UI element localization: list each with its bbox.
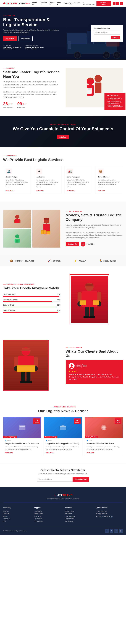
numbers-section: Numbers Speak For Themselves Take Your G… <box>0 266 126 332</box>
footer-link-warehouse[interactable]: Warehousing <box>65 520 73 522</box>
footer-desc: Lorem ipsum dolor sit amet, consectetur … <box>3 498 123 500</box>
svg-point-25 <box>15 215 19 219</box>
progress-bar-service <box>3 312 60 313</box>
twitter-icon[interactable]: t <box>116 2 119 5</box>
footer-link-help[interactable]: Help Center <box>34 510 42 512</box>
testimonial-card: Natalia Fiona Marketing Director ★★★★★ P… <box>66 360 123 384</box>
partner-fuzzo[interactable]: ⚡ FUZZO <box>74 259 86 262</box>
partner-primar-icon: 📦 <box>10 259 13 262</box>
contact-us-button[interactable]: Contact Us <box>66 242 79 246</box>
news-excerpt-2: Lorem ipsum dolor sit amet, consectetur … <box>46 446 80 450</box>
footer-link-community[interactable]: Community <box>34 516 42 517</box>
partner-fuzzo-name: FUZZO <box>78 260 86 262</box>
testimonial-avatar: Natalia Fiona Marketing Director <box>69 363 120 369</box>
linkedin-icon[interactable]: in <box>120 2 123 5</box>
numbers-left: Numbers Speak For Themselves Take Your G… <box>3 284 60 315</box>
join-now-button[interactable]: Join Now <box>57 135 69 139</box>
progress-service: Years Of Service 96% <box>3 310 60 313</box>
cargo-storage-link[interactable]: Read more <box>98 190 120 191</box>
newsletter-hero-input[interactable] <box>94 31 120 34</box>
footer-facebook-icon[interactable]: f <box>105 529 109 533</box>
partner-fastcourier-icon: 🏃 <box>99 259 102 262</box>
hero-title: Best Transportation & Logistic Service <box>3 17 64 27</box>
footer: ✈ JETTRANS Lorem ipsum dolor sit amet, c… <box>0 487 126 535</box>
about-left: About Us Safe and Faster Logistic Servic… <box>3 68 60 108</box>
nav-phone: 📞 +1 804 344 0 334 <box>69 2 81 5</box>
service-cargo-storage: 📦 Cargo Storage Lorem ipsum dolor sit am… <box>95 166 123 194</box>
about-right: Our Core Value Following the quality of … <box>66 68 123 108</box>
footer-link-legal[interactable]: Legal Notice <box>34 518 42 520</box>
testimonials-right: Clients Review Whats Our Clients Said Ab… <box>66 347 123 384</box>
news-link-2[interactable]: Read more <box>46 452 80 453</box>
cargo-storage-desc: Lorem ipsum dolor sit amet, consectetur … <box>98 179 120 188</box>
news-card-1: Improving Things 24 January 👤 Admin Colg… <box>3 417 41 455</box>
footer-link-land[interactable]: Land Transport <box>65 516 75 517</box>
footer-link-contact[interactable]: Contact Us <box>3 518 10 520</box>
newsletter-strip: Subscribe To Jetrans Newsletter Subscrib… <box>0 463 126 487</box>
footer-linkedin-icon[interactable]: in <box>114 529 118 533</box>
partners-bar: 📦 PRIMAR FREIGHT 🚀 Fastbox ⚡ FUZZO 🏃 Fas… <box>0 256 126 266</box>
partner-fastbox[interactable]: 🚀 Fastbox <box>47 259 61 262</box>
learn-more-button[interactable]: Learn More <box>19 36 33 41</box>
hero-info-bar: Location 82 Elumore, Yak Dishmore 9th Jo… <box>3 45 64 50</box>
nav-services[interactable]: Services ▾ <box>41 2 47 5</box>
footer-youtube-icon[interactable]: ▶ <box>119 529 123 533</box>
footer-link-air[interactable]: Air Freight <box>65 513 72 514</box>
footer-link-safety[interactable]: Safety Center <box>34 513 43 514</box>
news-link-3[interactable]: Read more <box>87 452 121 453</box>
core-value-item-1: Following the quality of our service. <box>106 98 123 100</box>
play-video-button[interactable]: ▶ Play Video <box>81 242 94 246</box>
svg-point-29 <box>15 234 19 238</box>
news-link-1[interactable]: Read more <box>5 452 39 453</box>
news-excerpt-1: Lorem ipsum dolor sit amet, consectetur … <box>5 446 39 450</box>
nav-home[interactable]: Home <box>26 2 30 4</box>
svg-rect-54 <box>85 307 89 318</box>
nav-about[interactable]: About Us <box>32 2 38 5</box>
footer-logo: ✈ JETTRANS <box>3 494 123 497</box>
footer-link-ocean[interactable]: Ocean Freight <box>65 510 74 512</box>
news-author-icon-2: 👤 Admin <box>46 440 52 442</box>
partner-primar[interactable]: 📦 PRIMAR FREIGHT <box>10 259 34 262</box>
hero-buttons: Get Started Learn More <box>3 36 64 41</box>
footer-link-cargo[interactable]: Cargo Storage <box>65 518 74 520</box>
footer-link-careers[interactable]: Careers <box>3 516 8 517</box>
logo[interactable]: ✈ JETRANSTRANS <box>3 2 26 5</box>
news-date-3: 24 January <box>114 418 121 424</box>
nav-blog[interactable]: Blog ▾ <box>57 2 61 5</box>
svg-point-73 <box>71 364 73 366</box>
get-quote-button[interactable]: Get A Free Quote <box>96 1 111 6</box>
newsletter-input[interactable] <box>37 477 73 482</box>
numbers-title: Take Your Goods Anywhere Safely <box>3 286 60 290</box>
nav-email: ✉ hello@jetway.com <box>83 2 95 5</box>
footer-twitter-icon[interactable]: t <box>110 529 113 533</box>
air-freight-link[interactable]: Read more <box>37 190 59 191</box>
newsletter-hero-btn[interactable]: Sign Up <box>111 36 120 39</box>
land-transport-link[interactable]: Read more <box>67 190 89 191</box>
hero-content: Since 1995 Best Transportation & Logisti… <box>3 14 64 50</box>
stat-experience: 26+ ✓ Years Experience <box>3 101 13 108</box>
facebook-icon[interactable]: f <box>113 2 115 5</box>
footer-link-privacy[interactable]: Privacy Policy <box>34 520 43 522</box>
land-transport-title: Land Transport <box>67 176 89 178</box>
newsletter-form: Subscribe Now! <box>37 477 89 482</box>
footer-copyright: © 2023 Jetrans. All Rights Reserved. <box>3 530 27 532</box>
footer-link-faq[interactable]: FAQ <box>3 520 6 522</box>
newsletter-subscribe-button[interactable]: Subscribe Now! <box>73 477 89 482</box>
footer-col-contact-info: +1 804 344 0 334 hello@jetway.com 82 Elu… <box>96 510 123 517</box>
svg-rect-34 <box>44 218 49 220</box>
ocean-freight-link[interactable]: Read more <box>6 190 28 191</box>
numbers-frame <box>70 274 109 324</box>
partner-fastcourier[interactable]: 🏃 FastCourier <box>99 259 116 262</box>
svg-rect-71 <box>20 381 26 383</box>
nav-contact[interactable]: Contact <box>64 2 70 4</box>
nav-pages[interactable]: Pages ▾ <box>50 2 55 5</box>
air-freight-title: Air Freight <box>37 176 59 178</box>
svg-rect-56 <box>83 316 89 318</box>
footer-link-about[interactable]: About Us <box>3 510 9 512</box>
newsletter-desc: Subscribe to our latest newsletter to ge… <box>3 473 123 474</box>
hero-hours: Opening Hours Mon–Sat: 10.00am–7.00pm Sa… <box>25 45 44 50</box>
footer-link-team[interactable]: Our Team <box>3 513 10 514</box>
partner-fastcourier-name: FastCourier <box>103 260 116 262</box>
hero-section: Since 1995 Best Transportation & Logisti… <box>0 7 126 60</box>
get-started-button[interactable]: Get Started <box>3 36 17 41</box>
